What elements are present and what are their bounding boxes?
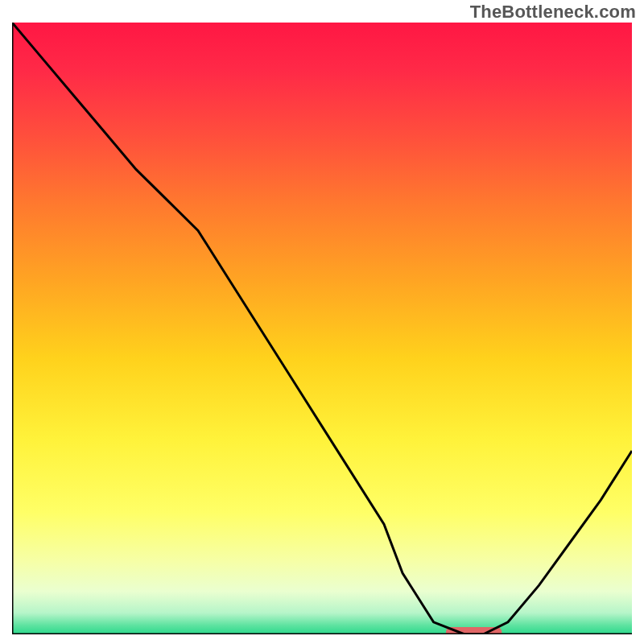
bottleneck-chart (12, 23, 632, 634)
plot-background (12, 23, 632, 634)
chart-svg (12, 23, 632, 634)
watermark-text: TheBottleneck.com (470, 2, 636, 23)
